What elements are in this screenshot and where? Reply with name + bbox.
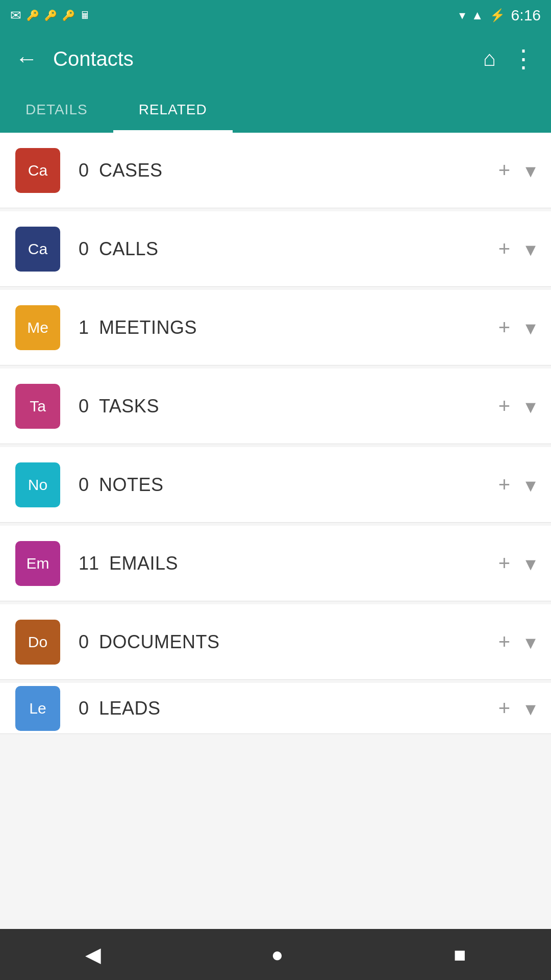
- meetings-icon: Me: [15, 305, 60, 350]
- list-item: Do 0 DOCUMENTS + ▾: [0, 604, 551, 680]
- cases-count: 0: [79, 160, 89, 181]
- battery-icon: ⚡: [490, 8, 505, 22]
- tab-details[interactable]: DETAILS: [0, 87, 113, 133]
- status-bar-left: ✉ 🔑 🔑 🔑 🖩: [10, 8, 90, 23]
- notes-expand-button[interactable]: ▾: [525, 473, 536, 497]
- calls-count: 0: [79, 238, 89, 260]
- notes-label: NOTES: [99, 474, 164, 496]
- cases-label: CASES: [99, 160, 163, 181]
- documents-actions: + ▾: [498, 630, 536, 654]
- status-time: 6:16: [511, 7, 541, 24]
- icon3: 🔑: [62, 9, 75, 21]
- notes-content: 0 NOTES: [79, 474, 498, 496]
- nav-recent-button[interactable]: ■: [454, 943, 466, 966]
- emails-count: 11: [79, 553, 99, 574]
- notes-icon: No: [15, 462, 60, 507]
- cases-actions: + ▾: [498, 159, 536, 182]
- list-item: Ca 0 CASES + ▾: [0, 133, 551, 208]
- meetings-count: 1: [79, 317, 89, 338]
- leads-actions: + ▾: [498, 697, 536, 720]
- status-bar-right: ▾ ▲ ⚡ 6:16: [459, 7, 541, 24]
- nav-home-button[interactable]: ●: [271, 943, 283, 966]
- tasks-actions: + ▾: [498, 395, 536, 418]
- calls-expand-button[interactable]: ▾: [525, 237, 536, 261]
- bottom-nav: ◀ ● ■: [0, 929, 551, 980]
- cases-expand-button[interactable]: ▾: [525, 159, 536, 182]
- tasks-icon: Ta: [15, 384, 60, 429]
- menu-button[interactable]: ⋮: [511, 44, 536, 73]
- meetings-actions: + ▾: [498, 316, 536, 339]
- tasks-count: 0: [79, 396, 89, 417]
- emails-add-button[interactable]: +: [498, 552, 510, 575]
- signal-icon: ▲: [471, 8, 484, 22]
- cases-add-button[interactable]: +: [498, 159, 510, 182]
- tasks-label: TASKS: [99, 396, 159, 417]
- tasks-content: 0 TASKS: [79, 396, 498, 417]
- calls-icon: Ca: [15, 227, 60, 272]
- list-item: No 0 NOTES + ▾: [0, 447, 551, 523]
- wifi-icon: ▾: [459, 8, 465, 22]
- leads-label: LEADS: [99, 698, 161, 719]
- page-title: Contacts: [53, 47, 468, 70]
- cases-content: 0 CASES: [79, 160, 498, 181]
- app-bar: ← Contacts ⌂ ⋮: [0, 31, 551, 87]
- notes-add-button[interactable]: +: [498, 473, 510, 496]
- documents-expand-button[interactable]: ▾: [525, 630, 536, 654]
- tabs: DETAILS RELATED: [0, 87, 551, 133]
- icon1: 🔑: [27, 9, 39, 21]
- emails-content: 11 EMAILS: [79, 553, 498, 574]
- nav-back-button[interactable]: ◀: [85, 943, 101, 966]
- tab-details-label: DETAILS: [26, 102, 88, 118]
- calls-label: CALLS: [99, 238, 159, 260]
- meetings-content: 1 MEETINGS: [79, 317, 498, 338]
- tab-related[interactable]: RELATED: [113, 87, 233, 133]
- documents-icon: Do: [15, 620, 60, 665]
- leads-expand-button[interactable]: ▾: [525, 697, 536, 720]
- emails-expand-button[interactable]: ▾: [525, 552, 536, 575]
- documents-label: DOCUMENTS: [99, 631, 220, 653]
- leads-icon: Le: [15, 686, 60, 731]
- tab-related-label: RELATED: [139, 102, 207, 118]
- icon2: 🔑: [44, 9, 57, 21]
- home-button[interactable]: ⌂: [483, 46, 496, 71]
- notes-actions: + ▾: [498, 473, 536, 497]
- documents-content: 0 DOCUMENTS: [79, 631, 498, 653]
- cases-icon: Ca: [15, 148, 60, 193]
- leads-count: 0: [79, 698, 89, 719]
- emails-icon: Em: [15, 541, 60, 586]
- list-item: Em 11 EMAILS + ▾: [0, 526, 551, 601]
- tasks-add-button[interactable]: +: [498, 395, 510, 418]
- related-list: Ca 0 CASES + ▾ Ca 0 CALLS + ▾ Me 1 MEE: [0, 133, 551, 929]
- back-button[interactable]: ←: [15, 46, 38, 71]
- documents-count: 0: [79, 631, 89, 653]
- status-bar: ✉ 🔑 🔑 🔑 🖩 ▾ ▲ ⚡ 6:16: [0, 0, 551, 31]
- emails-actions: + ▾: [498, 552, 536, 575]
- calls-content: 0 CALLS: [79, 238, 498, 260]
- meetings-add-button[interactable]: +: [498, 316, 510, 339]
- calls-add-button[interactable]: +: [498, 237, 510, 260]
- calls-actions: + ▾: [498, 237, 536, 261]
- documents-add-button[interactable]: +: [498, 630, 510, 653]
- meetings-label: MEETINGS: [99, 317, 197, 338]
- leads-add-button[interactable]: +: [498, 697, 510, 720]
- list-item: Ca 0 CALLS + ▾: [0, 211, 551, 287]
- list-item: Le 0 LEADS + ▾: [0, 683, 551, 734]
- tasks-expand-button[interactable]: ▾: [525, 395, 536, 418]
- icon4: 🖩: [80, 10, 90, 21]
- mail-icon: ✉: [10, 8, 21, 23]
- meetings-expand-button[interactable]: ▾: [525, 316, 536, 339]
- list-item: Ta 0 TASKS + ▾: [0, 369, 551, 444]
- list-item: Me 1 MEETINGS + ▾: [0, 290, 551, 365]
- leads-content: 0 LEADS: [79, 698, 498, 719]
- emails-label: EMAILS: [109, 553, 178, 574]
- notes-count: 0: [79, 474, 89, 496]
